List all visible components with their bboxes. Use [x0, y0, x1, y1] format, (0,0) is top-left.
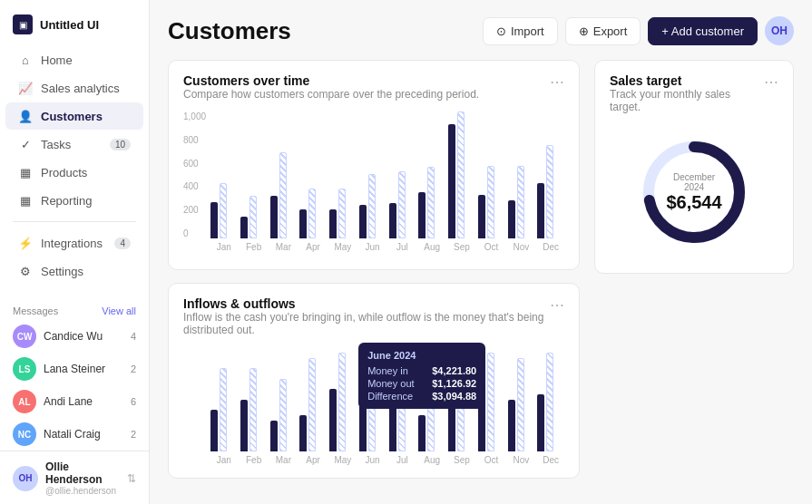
sidebar-item-products-label: Products — [41, 166, 87, 179]
logo-icon: ▣ — [13, 15, 33, 34]
user-avatar[interactable]: OH — [765, 16, 794, 45]
sidebar-item-customers[interactable]: 👤 Customers — [5, 102, 143, 130]
customers-chart-container: 1,000 800 600 400 200 0 JanFebMarAprMayJ… — [183, 111, 564, 257]
nav-divider — [13, 221, 136, 222]
light-bar — [308, 189, 316, 238]
footer-avatar: OH — [13, 466, 38, 491]
donut-container: December 2024 $6,544 — [610, 124, 778, 260]
dark-bar — [210, 202, 218, 238]
bar-group — [270, 379, 298, 452]
messages-title: Messages — [13, 305, 58, 316]
bar-group — [329, 353, 357, 451]
tooltip-title: June 2024 — [367, 350, 476, 361]
message-name-andi: Andi Lane — [44, 395, 123, 408]
x-label: Apr — [299, 455, 327, 465]
bar-group — [508, 358, 535, 452]
sidebar-item-products[interactable]: ▦ Products — [5, 159, 143, 186]
sidebar-item-settings[interactable]: ⚙ Settings — [5, 257, 143, 285]
light-bar — [368, 174, 376, 238]
message-count-andi: 6 — [131, 396, 136, 407]
sidebar-item-tasks[interactable]: ✓ Tasks 10 — [5, 131, 143, 158]
export-icon: ⊕ — [579, 24, 589, 38]
bar-group — [508, 166, 535, 238]
inflows-chart-container: June 2024 Money in $4,221.80 Money out $… — [183, 347, 564, 465]
avatar-andi: AL — [13, 390, 36, 413]
sidebar-item-reporting[interactable]: ▦ Reporting — [5, 187, 143, 214]
dark-bar — [478, 195, 485, 238]
content-grid: Customers over time Compare how customer… — [168, 60, 794, 495]
dark-bar — [448, 124, 455, 238]
export-button[interactable]: ⊕ Export — [565, 17, 641, 45]
message-name-lana: Lana Steiner — [44, 363, 123, 375]
x-label: Nov — [508, 242, 535, 252]
x-label: Sep — [448, 242, 475, 252]
footer-user-info: Ollie Henderson @ollie.henderson — [45, 460, 120, 496]
plug-icon: ⚡ — [18, 236, 33, 250]
donut-center-text: December 2024 $6,544 — [665, 172, 724, 213]
customers-x-axis: JanFebMarAprMayJunJulAugSepOctNovDec — [183, 242, 564, 252]
import-button[interactable]: ⊙ Import — [483, 17, 558, 45]
message-item-natali[interactable]: NC Natali Craig 2 — [0, 418, 149, 451]
inflows-card-menu[interactable]: ⋯ — [550, 296, 564, 314]
bar-group — [418, 167, 445, 238]
dark-bar — [299, 209, 307, 238]
message-item-candice[interactable]: CW Candice Wu 4 — [0, 320, 149, 353]
check-icon: ✓ — [18, 137, 33, 151]
light-bar — [517, 358, 524, 452]
avatar-lana: LS — [13, 357, 36, 381]
x-label: Apr — [299, 242, 327, 252]
users-icon: 👤 — [18, 109, 33, 123]
sidebar-item-sales-analytics[interactable]: 📈 Sales analytics — [5, 74, 143, 102]
charts-column: Customers over time Compare how customer… — [168, 60, 580, 495]
light-bar — [546, 353, 553, 451]
dark-bar — [508, 400, 515, 452]
add-customer-button[interactable]: + Add customer — [648, 17, 758, 45]
x-label: Dec — [537, 242, 564, 252]
sidebar-item-home[interactable]: ⌂ Home — [5, 46, 143, 73]
dark-bar — [240, 400, 248, 452]
tooltip-money-in-value: $4,221.80 — [432, 365, 476, 376]
dark-bar — [359, 205, 367, 238]
sales-target-title: Sales target — [610, 73, 764, 88]
customers-card-header: Customers over time Compare how customer… — [183, 73, 564, 110]
customers-y-axis: 1,000 800 600 400 200 0 — [183, 111, 206, 238]
box-icon: ▦ — [18, 165, 33, 179]
inflows-card-header: Inflows & outflows Inflow is the cash yo… — [183, 296, 564, 345]
footer-email: @ollie.henderson — [45, 486, 120, 496]
dark-bar — [508, 200, 515, 238]
dark-bar — [270, 421, 278, 452]
bar-group — [210, 368, 238, 451]
light-bar — [398, 171, 406, 238]
x-label: May — [329, 455, 357, 465]
main-content: Customers ⊙ Import ⊕ Export + Add custom… — [150, 0, 812, 504]
inflows-chart-title: Inflows & outflows — [183, 296, 550, 311]
message-item-lana[interactable]: LS Lana Steiner 2 — [0, 353, 149, 385]
tooltip-money-out-value: $1,126.92 — [432, 378, 476, 389]
sales-card-menu[interactable]: ⋯ — [764, 73, 778, 91]
dark-bar — [359, 404, 367, 451]
bar-group — [299, 358, 327, 452]
donut-month: December 2024 — [665, 172, 724, 192]
sidebar-item-home-label: Home — [41, 53, 73, 67]
customers-over-time-card: Customers over time Compare how customer… — [168, 60, 580, 270]
footer-name: Ollie Henderson — [45, 460, 120, 486]
messages-view-all[interactable]: View all — [102, 305, 136, 316]
light-bar — [517, 166, 524, 238]
light-bar — [220, 183, 227, 238]
dark-bar — [418, 192, 426, 238]
light-bar — [338, 353, 346, 451]
customers-card-menu[interactable]: ⋯ — [550, 73, 564, 91]
light-bar — [279, 152, 287, 238]
dark-bar — [389, 203, 396, 238]
x-label: Dec — [537, 455, 564, 465]
avatar-natali: NC — [13, 422, 36, 446]
inflows-x-axis: JanFebMarAprMayJunJulAugSepOctNovDec — [183, 455, 564, 465]
dark-bar — [270, 196, 278, 238]
light-bar — [308, 358, 316, 452]
message-item-andi[interactable]: AL Andi Lane 6 — [0, 385, 149, 418]
dark-bar — [537, 394, 544, 451]
bar-group — [359, 174, 386, 238]
sidebar-item-tasks-label: Tasks — [41, 138, 71, 151]
sidebar-item-integrations[interactable]: ⚡ Integrations 4 — [5, 229, 143, 257]
x-label: May — [329, 242, 357, 252]
